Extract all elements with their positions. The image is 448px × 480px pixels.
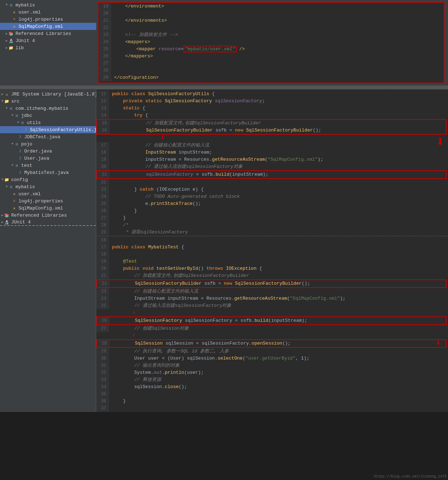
middle-code-editor: 11 public class SqlSessionFactoryUtils {… [96, 89, 448, 236]
sidebar-order[interactable]: J Order.java [0, 148, 96, 155]
code-line-21m: 21 sqlSessionFactory = ssfb.build(inputS… [97, 171, 446, 178]
code-line-22: 22 [98, 24, 444, 31]
sidebar-reflibrary-top[interactable]: ▶ 📚 Referenced Libraries [0, 30, 96, 37]
sidebar-log4j-top[interactable]: ≡ log4j.properties [0, 16, 96, 23]
sidebar-label: jdbc [21, 113, 32, 118]
sidebar-sqlmapconfig-top[interactable]: ✕ SqlMapConfig.xml [0, 23, 96, 30]
sidebar-jdbctest[interactable]: J JDBCTest.java [0, 133, 96, 140]
code-line-16: 16 SqlSessionFactoryBuilder ssfb = new S… [97, 127, 446, 134]
sidebar-mybatistest[interactable]: J MybatisTest.java [0, 169, 96, 176]
sidebar-label: pojo [21, 141, 32, 147]
sidebar-reflibrary-mid[interactable]: ▶ 📚 Referenced Libraries [0, 212, 96, 219]
sidebar-mybatis-top[interactable]: ▼ ⊞ mybatis [0, 1, 96, 9]
sidebar-user[interactable]: J User.java [0, 155, 96, 162]
sidebar-junit4-top[interactable]: ▶ 🔬 JUnit 4 [0, 37, 96, 44]
watermark: https://blog.csdn.net/itzheng_1475 [374, 475, 447, 479]
java-icon: J [17, 134, 23, 140]
expand-arrow: ▼ [6, 185, 7, 189]
code-line-23: 23 <!-- 加载映射文件 --> [98, 31, 444, 38]
code-line-29m: 29 * 获取sqlSessionFactory [96, 229, 448, 236]
code-line-21b: 21 // 加载配置文件,创建SqlSessionFactoryBuilder [96, 272, 448, 279]
code-line-13: 13 static { [96, 105, 448, 112]
java-code-editor-bottom: 16 17 public class MybatisTest { 18 19 @… [96, 236, 448, 412]
arrow-between-b1: ⬇ [96, 309, 448, 316]
sidebar-label: config [11, 177, 28, 182]
java-code-editor-middle: 11 public class SqlSessionFactoryUtils {… [96, 89, 448, 236]
sidebar-label: SqlMapConfig.xml [19, 24, 63, 29]
sidebar-utils[interactable]: ▼ ⊞ utils [0, 119, 96, 126]
code-line-25b: 25 // 通过输入流创建sqlSessionFactory对象 [96, 302, 448, 309]
code-line-28m: 28 /* [96, 222, 448, 229]
junit-icon: 🔬 [8, 38, 14, 43]
sidebar-label: mybatis [15, 2, 35, 8]
sidebar-junit4-mid[interactable]: ▶ 🔬 JUnit 4 [0, 219, 96, 226]
bottom-sidebar-placeholder [0, 236, 96, 412]
code-line-16b: 16 [96, 237, 448, 244]
middle-sidebar: ▶ ☕ JRE System Library [JavaSE-1.8] ▼ 📁 … [0, 89, 96, 236]
bottom-code-editor: 16 17 public class MybatisTest { 18 19 @… [96, 236, 448, 412]
java-icon: J [23, 127, 29, 133]
code-line-32b: 32 System.out.println(user); [96, 369, 448, 376]
sidebar-label: log4j.properties [19, 17, 63, 22]
sidebar-test[interactable]: ▼ ⊞ test [0, 162, 96, 169]
section-divider [0, 86, 448, 89]
code-line-36b: 36 } [96, 398, 448, 405]
code-line-19m: 19 inputStream = Resources.getResourceAs… [96, 156, 448, 163]
expand-arrow: ▶ [6, 32, 7, 36]
sidebar-mybatis-middle[interactable]: ▼ ⊞ mybatis [0, 183, 96, 190]
java-icon: J [17, 155, 23, 161]
expand-arrow: ▶ [6, 46, 7, 50]
sidebar-label: User.java [24, 156, 49, 161]
code-line-15: 15 // 加载配置文件,创建SqlSessionFactoryBuilder [97, 120, 446, 127]
jre-icon: ☕ [4, 91, 10, 97]
main-layout: ▼ ⊞ mybatis ✕ user.xml ≡ log4j.propertie… [0, 0, 448, 412]
xml-icon: ✕ [11, 9, 17, 15]
code-line-20: 20 [98, 10, 444, 17]
code-line-26m: 26 } [96, 207, 448, 215]
package-icon: ⊞ [14, 162, 20, 168]
xml-icon: ✕ [11, 205, 17, 211]
code-line-17: 17 // 创建核心配置文件的输入流 [96, 142, 448, 149]
arrow-before-b2: ⬇ [96, 332, 448, 339]
highlight-box-b3: 28 SqlSession sqlSession = sqlSessionFac… [96, 339, 447, 348]
xml-icon: ✕ [11, 191, 17, 197]
arrow-between-1: ⬇ [96, 135, 448, 142]
sidebar-label: SqlMapConfig.xml [19, 206, 63, 211]
sidebar-config[interactable]: ▼ 📁 config [0, 176, 96, 183]
sidebar-label: mybatis [15, 184, 35, 190]
java-icon: J [17, 148, 23, 154]
sidebar-src[interactable]: ▼ 📁 src [0, 98, 96, 105]
sidebar-sqlmapconfig-mid[interactable]: ✕ SqlMapConfig.xml [0, 205, 96, 212]
sidebar-label: user.xml [19, 10, 41, 15]
code-line-21: 21 </environments> [98, 17, 444, 24]
code-line-25: 25 <mapper resource="mybatis/user.xml" /… [98, 46, 444, 53]
sidebar-jdbc[interactable]: ▼ ⊞ jdbc [0, 112, 96, 119]
sidebar-pojo[interactable]: ▼ ⊞ pojo [0, 140, 96, 148]
sidebar-label: JUnit 4 [15, 38, 35, 43]
sidebar-lib-top[interactable]: ▶ 📁 lib [0, 44, 96, 51]
sidebar-label: JRE System Library [JavaSE-1.8] [11, 92, 97, 97]
sidebar-label: Order.java [24, 149, 52, 154]
sidebar-label: MybatisTest.java [24, 170, 69, 175]
code-line-11: 11 public class SqlSessionFactoryUtils { [96, 91, 448, 98]
top-sidebar: ▼ ⊞ mybatis ✕ user.xml ≡ log4j.propertie… [0, 0, 96, 86]
sidebar-label: Referenced Libraries [15, 31, 71, 36]
code-line-12: 12 private static SqlSessionFactory sqlS… [96, 98, 448, 105]
code-line-20b: 20 public void testGetUserById() throws … [96, 265, 448, 272]
top-dotted-line [96, 89, 448, 90]
sidebar-userxml-top[interactable]: ✕ user.xml [0, 9, 96, 16]
sidebar-log4j-mid[interactable]: ≡ log4j.properties [0, 197, 96, 205]
expand-arrow: ▼ [1, 178, 3, 181]
package-icon: ⊞ [8, 184, 14, 190]
expand-arrow: ▼ [17, 121, 19, 124]
expand-arrow: ▶ [1, 220, 3, 224]
sidebar-userxml-mid[interactable]: ✕ user.xml [0, 190, 96, 197]
java-icon: J [17, 170, 23, 175]
sidebar-label: user.xml [19, 191, 41, 197]
highlight-box-b2: 26 SqlSessionFactory sqlSessionFactory =… [96, 316, 447, 325]
sidebar-label: SqlSessionFactoryUtils.java [30, 127, 105, 133]
sidebar-com-itzheng[interactable]: ▼ ⊞ com.itzheng.mybatis [0, 105, 96, 112]
sidebar-label: JUnit 4 [11, 220, 31, 225]
sidebar-sqlfactory[interactable]: J SqlSessionFactoryUtils.java [0, 126, 96, 133]
sidebar-jre[interactable]: ▶ ☕ JRE System Library [JavaSE-1.8] [0, 91, 96, 98]
